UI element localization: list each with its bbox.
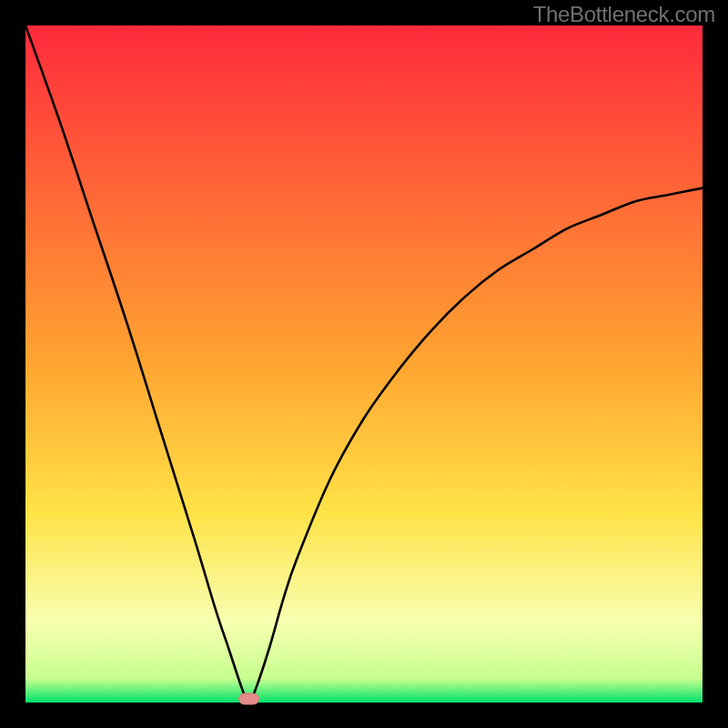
- bottleneck-chart: [0, 0, 728, 728]
- balance-marker: [239, 693, 259, 704]
- watermark-text: TheBottleneck.com: [533, 2, 715, 27]
- plot-area: [25, 25, 703, 703]
- chart-container: TheBottleneck.com: [0, 0, 728, 728]
